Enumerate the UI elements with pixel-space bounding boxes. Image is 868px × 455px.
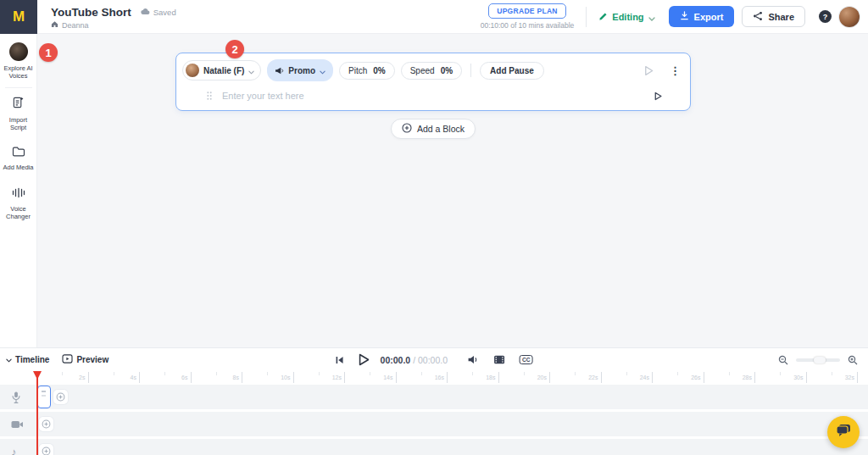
play-button[interactable] <box>359 353 370 366</box>
preview-icon <box>62 354 73 365</box>
music-track: ♪ <box>0 439 868 455</box>
export-button[interactable]: Export <box>669 6 735 27</box>
add-voice-clip-button[interactable] <box>53 390 68 404</box>
voice-track <box>0 385 868 409</box>
volume-button[interactable] <box>468 355 479 364</box>
add-pause-button[interactable]: Add Pause <box>480 62 544 80</box>
import-script-icon <box>12 96 25 113</box>
pencil-icon <box>598 9 608 25</box>
voice-clip[interactable] <box>37 386 51 408</box>
skip-to-start-button[interactable] <box>336 356 344 364</box>
time-current: 00:00.0 <box>381 355 411 365</box>
voice-style-name: Promo <box>288 66 315 75</box>
add-block-button[interactable]: Add a Block <box>391 119 476 139</box>
divider <box>5 87 32 88</box>
playhead-handle[interactable] <box>33 371 42 380</box>
chat-support-button[interactable] <box>827 416 860 448</box>
line-play-button[interactable] <box>654 92 662 101</box>
sidebar-item-import-script[interactable]: Import Script <box>0 96 36 131</box>
saved-status: Saved <box>140 8 176 17</box>
voice-changer-icon <box>12 186 25 202</box>
mode-label: Editing <box>612 12 643 22</box>
logo-glyph: M <box>13 8 25 25</box>
timeline-ruler[interactable]: 2s4s6s8s10s12s14s16s18s20s22s24s26s28s30… <box>0 371 868 385</box>
chat-bubble-icon <box>835 423 852 441</box>
zoom-slider[interactable] <box>796 358 840 362</box>
saved-label: Saved <box>153 8 176 17</box>
left-sidebar: Explore AI Voices Import Script Add Medi… <box>0 34 37 347</box>
download-icon <box>680 11 689 22</box>
script-text-input[interactable]: Enter your text here <box>222 91 654 101</box>
sidebar-item-label: Voices <box>3 72 32 80</box>
export-label: Export <box>694 12 724 22</box>
drag-handle-icon[interactable] <box>207 92 212 100</box>
user-avatar[interactable] <box>839 7 860 27</box>
minutes-quota: 00:10:00 of 10 mins available <box>481 21 575 30</box>
share-icon <box>753 11 763 23</box>
share-button[interactable]: Share <box>742 6 805 27</box>
time-display: 00:00.0 / 00:00.0 <box>381 355 448 365</box>
upgrade-plan-button[interactable]: UPGRADE PLAN <box>488 3 566 19</box>
speed-control[interactable]: Speed 0% <box>401 62 462 80</box>
mode-dropdown[interactable]: Editing <box>598 9 654 25</box>
zoom-slider-thumb[interactable] <box>814 357 826 363</box>
chevron-down-icon <box>248 63 254 78</box>
add-music-clip-button[interactable] <box>39 444 53 455</box>
divider <box>586 7 587 27</box>
kebab-menu-icon[interactable]: ⋮ <box>659 65 682 76</box>
sidebar-item-explore-voices[interactable]: Explore AI Voices <box>0 42 36 80</box>
tab-timeline[interactable]: Timeline <box>6 355 49 364</box>
voice-block: Natalie (F) Promo Pitch 0% Speed 0% Add … <box>175 53 691 111</box>
sidebar-item-label: Script <box>9 124 27 131</box>
help-button[interactable]: ? <box>819 10 832 23</box>
timeline-tracks: ♪ <box>0 385 868 455</box>
sidebar-item-label: Voice <box>6 205 31 213</box>
voice-style-selector[interactable]: Promo <box>267 59 333 81</box>
microphone-icon <box>11 391 21 403</box>
block-play-button[interactable] <box>643 65 654 76</box>
timeline-panel: Timeline Preview 00:00.0 / 00:00.0 CC 2s… <box>0 347 868 455</box>
tab-preview[interactable]: Preview <box>62 354 108 365</box>
breadcrumb-label: Deanna <box>62 21 89 30</box>
speed-label: Speed <box>410 66 435 75</box>
chevron-down-icon <box>648 9 655 25</box>
zoom-out-icon[interactable] <box>778 355 788 365</box>
step-badge-1: 1 <box>39 43 58 62</box>
add-media-icon <box>12 145 25 160</box>
add-block-label: Add a Block <box>417 124 465 134</box>
video-camera-icon <box>11 420 24 429</box>
media-track <box>0 412 868 436</box>
sidebar-item-label: Explore AI <box>3 64 32 72</box>
top-bar: M YouTube Short Saved Deanna UPGRADE PLA… <box>0 0 868 34</box>
timeline-toolbar: Timeline Preview 00:00.0 / 00:00.0 CC <box>0 348 868 371</box>
project-title-area: YouTube Short Saved Deanna <box>51 3 176 30</box>
sidebar-item-add-media[interactable]: Add Media <box>0 145 36 171</box>
sidebar-item-voice-changer[interactable]: Voice Changer <box>0 186 36 220</box>
divider <box>470 64 471 77</box>
app-logo[interactable]: M <box>0 0 37 34</box>
sidebar-item-label: Add Media <box>3 164 34 171</box>
add-media-clip-button[interactable] <box>39 417 53 431</box>
breadcrumb[interactable]: Deanna <box>51 20 176 30</box>
captions-button[interactable]: CC <box>520 355 532 364</box>
pitch-value: 0% <box>373 66 385 75</box>
pitch-control[interactable]: Pitch 0% <box>339 62 395 80</box>
project-title[interactable]: YouTube Short <box>51 6 131 19</box>
voice-name: Natalie (F) <box>203 66 244 75</box>
megaphone-icon <box>275 63 284 78</box>
time-separator: / <box>413 355 415 365</box>
voice-selector[interactable]: Natalie (F) <box>182 60 261 80</box>
chevron-down-icon <box>6 355 12 364</box>
transport-controls: 00:00.0 / 00:00.0 CC <box>336 348 533 371</box>
preview-tab-label: Preview <box>76 355 108 364</box>
step-badge-2: 2 <box>225 40 244 58</box>
timeline-tab-label: Timeline <box>15 355 49 364</box>
zoom-in-icon[interactable] <box>848 355 858 365</box>
cloud-icon <box>140 8 150 17</box>
film-button[interactable] <box>494 355 505 364</box>
voice-avatar <box>186 64 199 77</box>
editor-canvas: Natalie (F) Promo Pitch 0% Speed 0% Add … <box>37 34 868 347</box>
playhead[interactable] <box>36 371 38 455</box>
music-note-icon: ♪ <box>11 446 17 455</box>
time-total: 00:00.0 <box>418 355 448 365</box>
